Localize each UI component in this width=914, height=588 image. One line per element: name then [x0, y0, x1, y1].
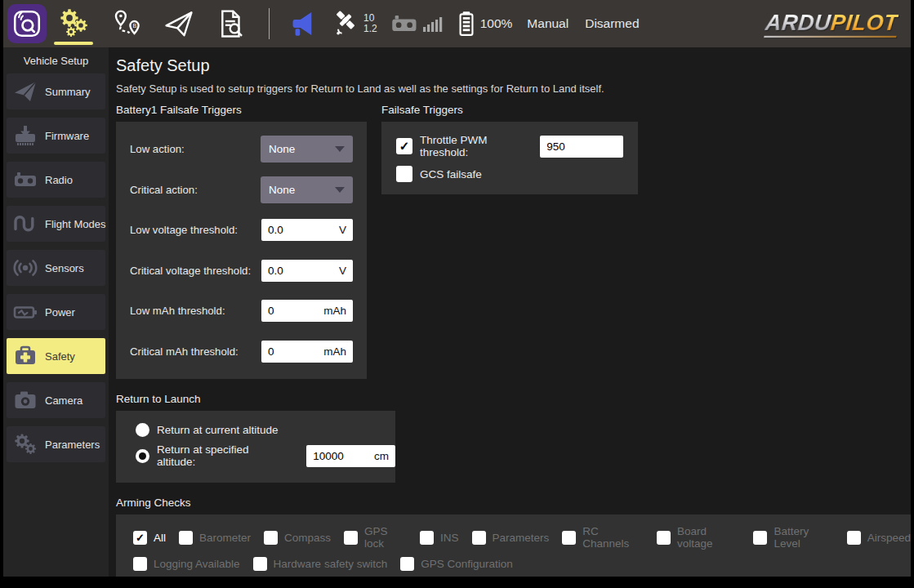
tab-vehicle-setup[interactable] [47, 0, 100, 47]
signal-bars-icon [423, 14, 444, 33]
arming-hardware-safety-switch-checkbox[interactable] [253, 557, 267, 571]
field-label: Low mAh threshold: [130, 305, 225, 317]
rc-rssi-status-button[interactable] [384, 0, 451, 47]
sidebar-item-camera[interactable]: Camera [7, 382, 105, 418]
sidebar-item-label: Summary [45, 86, 91, 98]
critical-voltage-textbox: V [261, 260, 353, 282]
arming-rc-channels-checkbox[interactable] [562, 531, 576, 545]
app-window: B [3, 0, 911, 577]
arming-check-label: Parameters [493, 532, 550, 544]
sidebar-item-sensors[interactable]: Sensors [7, 250, 105, 286]
rtl-heading: Return to Launch [116, 393, 911, 405]
chevron-down-icon [335, 187, 345, 193]
sidebar-item-label: Power [45, 306, 75, 318]
low-mah-input[interactable] [261, 305, 320, 317]
sensors-signal-icon [12, 255, 38, 281]
field-label: Critical action: [130, 184, 198, 196]
sidebar-item-flight-modes[interactable]: Flight Modes [7, 206, 105, 242]
arming-check-label: Battery Level [774, 525, 833, 550]
low-voltage-textbox: V [261, 219, 353, 241]
low-voltage-row: Low voltage threshold: V [116, 210, 367, 251]
gps-status-button[interactable]: 10 1.2 [323, 0, 384, 47]
critical-mah-input[interactable] [261, 345, 320, 358]
critical-voltage-input[interactable] [261, 265, 336, 277]
low-mah-row: Low mAh threshold: mAh [116, 291, 367, 332]
sidebar-item-safety[interactable]: Safety [7, 338, 105, 374]
sidebar-item-radio[interactable]: Radio [7, 162, 105, 198]
arming-logging-available-checkbox[interactable] [133, 557, 147, 571]
tab-analyze[interactable] [205, 0, 257, 47]
top-toolbar: B [3, 0, 911, 47]
arming-check-label: Barometer [199, 532, 251, 544]
critical-action-dropdown[interactable]: None [261, 176, 353, 203]
tab-fly[interactable] [153, 0, 205, 47]
throttle-pwm-checkbox[interactable]: ✓ [396, 138, 412, 154]
gcs-failsafe-checkbox[interactable] [396, 166, 412, 182]
sidebar-item-summary[interactable]: Summary [7, 74, 105, 109]
flight-mode-button[interactable]: Manual [519, 0, 577, 47]
failsafe-triggers-section: Failsafe Triggers ✓ Throttle PWM thresho… [381, 104, 638, 194]
firmware-chip-icon [12, 122, 38, 149]
ardupilot-logo: ARDUPILOT [764, 11, 898, 38]
arming-checks-row-1: ✓ All Barometer Compass GPS lock I [133, 525, 911, 550]
rtl-altitude-input[interactable] [306, 450, 371, 462]
ardupilot-logo-underline [764, 36, 896, 38]
dropdown-value: None [269, 143, 295, 155]
failsafe-triggers-heading: Failsafe Triggers [381, 104, 638, 116]
arming-check-hardware-safety-switch: Hardware safety switch [253, 557, 388, 571]
rtl-current-altitude-radio[interactable] [136, 423, 149, 437]
tab-plan[interactable]: B [100, 0, 153, 47]
dropdown-value: None [269, 184, 295, 196]
rtl-specified-altitude-row: Return at specified altitude: cm [136, 443, 395, 468]
rtl-current-altitude-label: Return at current altitude [157, 424, 279, 436]
sidebar-item-label: Sensors [45, 262, 84, 274]
arming-gps-lock-checkbox[interactable] [344, 531, 358, 545]
sidebar-item-label: Camera [45, 394, 82, 407]
rtl-altitude-textbox: cm [306, 445, 395, 467]
sidebar-item-power[interactable]: Power [7, 294, 105, 330]
arming-ins-checkbox[interactable] [420, 531, 434, 545]
arming-board-voltage-checkbox[interactable] [657, 531, 671, 545]
throttle-pwm-input[interactable] [540, 140, 623, 153]
low-voltage-input[interactable] [261, 224, 336, 236]
rtl-specified-altitude-radio[interactable] [136, 449, 149, 463]
qgroundcontrol-q-icon [11, 8, 42, 39]
chevron-down-icon [335, 146, 345, 152]
arming-all-checkbox[interactable]: ✓ [133, 531, 147, 545]
unit-label: cm [371, 450, 395, 462]
low-action-dropdown[interactable]: None [261, 136, 353, 163]
arming-parameters-checkbox[interactable] [472, 531, 486, 545]
armed-state-button[interactable]: Disarmed [577, 0, 647, 47]
page-title: Safety Setup [116, 56, 911, 75]
arming-check-label: GPS lock [364, 525, 407, 550]
rc-transmitter-icon [390, 9, 420, 38]
arming-check-airspeed: Airspeed [847, 531, 911, 545]
arming-barometer-checkbox[interactable] [179, 531, 193, 545]
first-aid-kit-icon [12, 343, 38, 369]
arming-check-all: ✓ All [133, 531, 166, 545]
radio-transmitter-icon [12, 167, 38, 193]
toolbar-separator [269, 8, 270, 39]
announce-status-button[interactable] [281, 0, 323, 47]
field-label: Critical voltage threshold: [130, 265, 251, 277]
document-search-icon [216, 8, 247, 39]
arming-battery-level-checkbox[interactable] [753, 531, 767, 545]
sidebar-item-label: Firmware [45, 130, 89, 142]
gcs-failsafe-row: GCS failsafe [396, 166, 623, 182]
arming-check-label: Logging Available [154, 558, 240, 570]
battery-failsafe-heading: Battery1 Failsafe Triggers [116, 104, 367, 116]
sidebar-item-parameters[interactable]: Parameters [7, 426, 105, 462]
sidebar-header: Vehicle Setup [3, 47, 109, 74]
sidebar-item-firmware[interactable]: Firmware [7, 118, 105, 154]
sidebar-item-label: Parameters [45, 439, 100, 451]
qgroundcontrol-logo-button[interactable] [7, 4, 47, 43]
arming-compass-checkbox[interactable] [264, 531, 278, 545]
failsafe-triggers-panel: ✓ Throttle PWM threshold: GCS failsafe [381, 122, 638, 194]
gps-values: 10 1.2 [363, 13, 377, 34]
gps-hdop-value: 1.2 [363, 24, 377, 34]
arming-gps-configuration-checkbox[interactable] [400, 557, 414, 571]
arming-airspeed-checkbox[interactable] [847, 531, 861, 545]
battery-status-button[interactable]: 100% [451, 0, 519, 47]
arming-checks-heading: Arming Checks [116, 497, 911, 509]
throttle-pwm-label: Throttle PWM threshold: [420, 134, 533, 158]
